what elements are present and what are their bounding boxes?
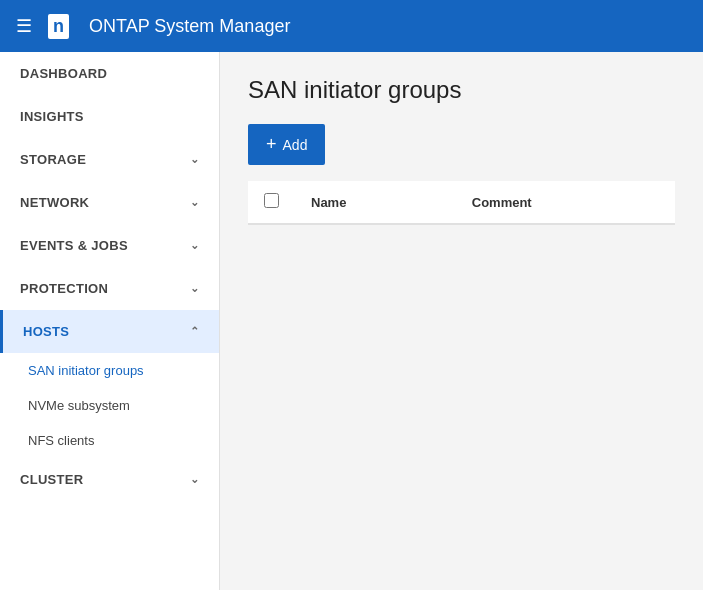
sidebar-item-insights[interactable]: Insights — [0, 95, 219, 138]
topbar: ☰ n ONTAP System Manager — [0, 0, 703, 52]
logo-icon: n — [48, 14, 69, 39]
sidebar-item-cluster[interactable]: Cluster ⌄ — [0, 458, 219, 501]
chevron-down-icon: ⌄ — [190, 473, 199, 486]
chevron-up-icon: ⌃ — [190, 325, 199, 338]
sidebar-subitem-nvme-subsystem[interactable]: NVMe subsystem — [0, 388, 219, 423]
sidebar-item-protection[interactable]: Protection ⌄ — [0, 267, 219, 310]
san-initiator-groups-table: Name Comment — [248, 181, 675, 225]
sidebar-item-label: Hosts — [23, 324, 69, 339]
select-all-checkbox[interactable] — [264, 193, 279, 208]
sidebar-item-network[interactable]: Network ⌄ — [0, 181, 219, 224]
sidebar-item-label: Insights — [20, 109, 84, 124]
table-header-comment: Comment — [456, 181, 675, 224]
hamburger-menu[interactable]: ☰ — [16, 15, 32, 37]
sidebar: Dashboard Insights Storage ⌄ Network ⌄ E… — [0, 52, 220, 590]
main-layout: Dashboard Insights Storage ⌄ Network ⌄ E… — [0, 52, 703, 590]
chevron-down-icon: ⌄ — [190, 196, 199, 209]
page-title: SAN initiator groups — [248, 76, 675, 104]
add-button[interactable]: + Add — [248, 124, 325, 165]
content-area: SAN initiator groups + Add Name Comment — [220, 52, 703, 590]
app-title: ONTAP System Manager — [89, 16, 290, 37]
sidebar-item-label: Cluster — [20, 472, 84, 487]
sidebar-item-storage[interactable]: Storage ⌄ — [0, 138, 219, 181]
table-header-row: Name Comment — [248, 181, 675, 224]
sidebar-item-label: Dashboard — [20, 66, 107, 81]
sidebar-item-label: Events & Jobs — [20, 238, 128, 253]
chevron-down-icon: ⌄ — [190, 282, 199, 295]
app-logo: n — [48, 14, 79, 39]
sidebar-item-dashboard[interactable]: Dashboard — [0, 52, 219, 95]
sidebar-item-label: Storage — [20, 152, 86, 167]
sidebar-item-label: Network — [20, 195, 89, 210]
sidebar-subitem-nfs-clients[interactable]: NFS clients — [0, 423, 219, 458]
sidebar-subitem-san-initiator-groups[interactable]: SAN initiator groups — [0, 353, 219, 388]
sidebar-item-hosts[interactable]: Hosts ⌃ — [0, 310, 219, 353]
chevron-down-icon: ⌄ — [190, 153, 199, 166]
sidebar-item-label: Protection — [20, 281, 108, 296]
plus-icon: + — [266, 134, 277, 155]
table-header-name: Name — [295, 181, 456, 224]
add-button-label: Add — [283, 137, 308, 153]
sidebar-item-events-jobs[interactable]: Events & Jobs ⌄ — [0, 224, 219, 267]
chevron-down-icon: ⌄ — [190, 239, 199, 252]
table-header-checkbox-cell — [248, 181, 295, 224]
